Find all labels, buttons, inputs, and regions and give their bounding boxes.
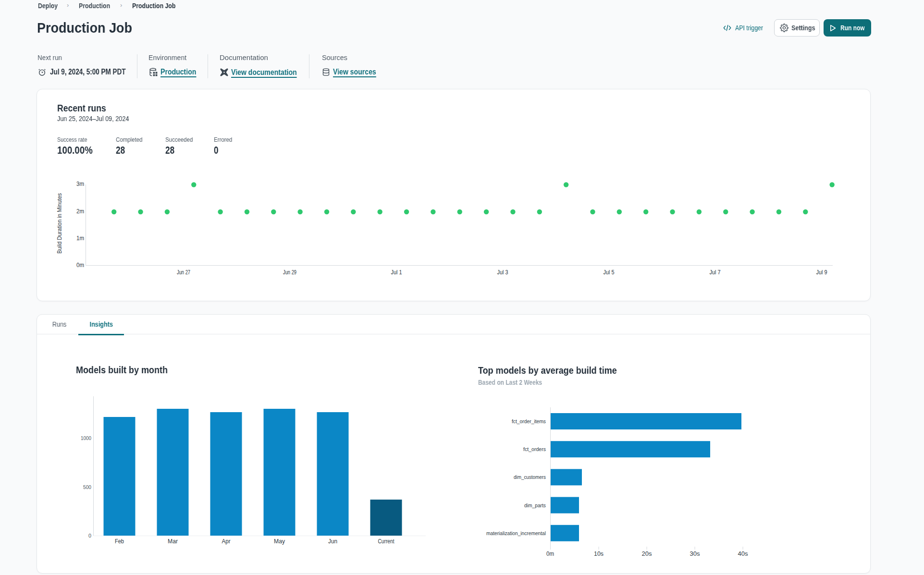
svg-text:0m: 0m	[76, 262, 84, 269]
svg-text:20s: 20s	[642, 551, 652, 557]
svg-text:Mar: Mar	[168, 538, 178, 545]
svg-text:Jun 27: Jun 27	[177, 269, 190, 276]
svg-text:500: 500	[83, 484, 91, 490]
svg-text:Build Duration in Minutes: Build Duration in Minutes	[56, 193, 63, 254]
svg-text:Jul 9: Jul 9	[816, 269, 827, 276]
svg-text:Jun 29: Jun 29	[283, 269, 296, 276]
svg-text:Jul 3: Jul 3	[497, 269, 508, 276]
svg-text:2m: 2m	[76, 208, 84, 215]
svg-text:Jul 1: Jul 1	[391, 269, 402, 276]
svg-text:40s: 40s	[738, 551, 748, 557]
svg-text:1m: 1m	[76, 235, 84, 242]
svg-text:Jul 5: Jul 5	[604, 269, 615, 276]
svg-text:fct_orders: fct_orders	[523, 446, 546, 452]
svg-text:dim_customers: dim_customers	[514, 474, 546, 480]
svg-text:10s: 10s	[594, 551, 604, 557]
svg-text:Jul 7: Jul 7	[710, 269, 721, 276]
svg-text:1000: 1000	[81, 435, 91, 441]
svg-text:Current: Current	[378, 538, 395, 545]
svg-text:May: May	[274, 538, 285, 545]
svg-text:Feb: Feb	[115, 538, 124, 545]
svg-text:3m: 3m	[76, 181, 84, 187]
svg-text:Jun: Jun	[328, 538, 337, 545]
svg-text:dim_parts: dim_parts	[524, 502, 546, 508]
svg-text:30s: 30s	[690, 551, 700, 557]
svg-text:0: 0	[88, 533, 91, 538]
svg-text:materialization_incremental: materialization_incremental	[486, 530, 546, 536]
svg-text:0m: 0m	[546, 551, 554, 557]
svg-text:fct_order_items: fct_order_items	[512, 418, 546, 424]
svg-text:Apr: Apr	[222, 538, 231, 545]
